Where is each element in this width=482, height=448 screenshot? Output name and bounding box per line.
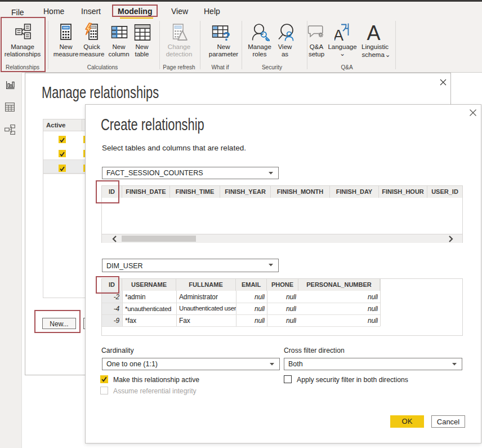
svg-text:A: A [367,23,381,41]
svg-text:A: A [334,27,343,41]
svg-text:?: ? [223,29,230,42]
